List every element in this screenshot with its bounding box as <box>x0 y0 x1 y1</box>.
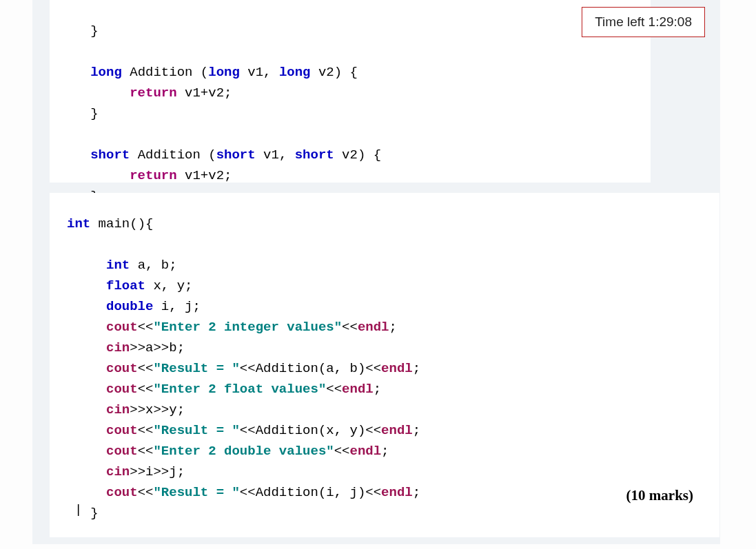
code-line: cin>>i>>j; <box>67 464 185 479</box>
code-line: cout<<"Result = "<<Addition(x, y)<<endl; <box>67 423 420 438</box>
time-left-label: Time left 1:29:08 <box>595 14 692 29</box>
code-line: cout<<"Enter 2 integer values"<<endl; <box>67 320 397 335</box>
code-line: int a, b; <box>67 258 177 273</box>
code-line: cout<<"Enter 2 float values"<<endl; <box>67 382 381 397</box>
code-line: cout<<"Result = "<<Addition(i, j)<<endl; <box>67 485 420 500</box>
code-line: } <box>67 506 99 521</box>
code-line: short Addition (short v1, short v2) { <box>67 147 381 163</box>
code-block-functions: } long Addition (long v1, long v2) { ret… <box>50 0 651 183</box>
marks-label: (10 marks) <box>626 485 693 506</box>
code-line: float x, y; <box>67 278 192 293</box>
code-line: return v1+v2; <box>67 85 232 101</box>
code-line: double i, j; <box>67 299 201 314</box>
code-line: cin>>x>>y; <box>67 402 185 417</box>
code-line: cout<<"Enter 2 double values"<<endl; <box>67 444 389 459</box>
code-line: int main(){ <box>67 216 153 231</box>
code-line: cout<<"Result = "<<Addition(a, b)<<endl; <box>67 361 420 376</box>
time-left-box: Time left 1:29:08 <box>582 7 705 37</box>
code-line: } <box>67 23 99 39</box>
question-panel: Time left 1:29:08 } long Addition (long … <box>32 0 720 544</box>
text-cursor: | <box>74 499 82 520</box>
code-block-main: int main(){ int a, b; float x, y; double… <box>50 193 719 537</box>
code-line: cin>>a>>b; <box>67 340 185 355</box>
code-line: long Addition (long v1, long v2) { <box>67 65 358 80</box>
code-line: } <box>67 106 99 121</box>
code-line: return v1+v2; <box>67 168 232 183</box>
